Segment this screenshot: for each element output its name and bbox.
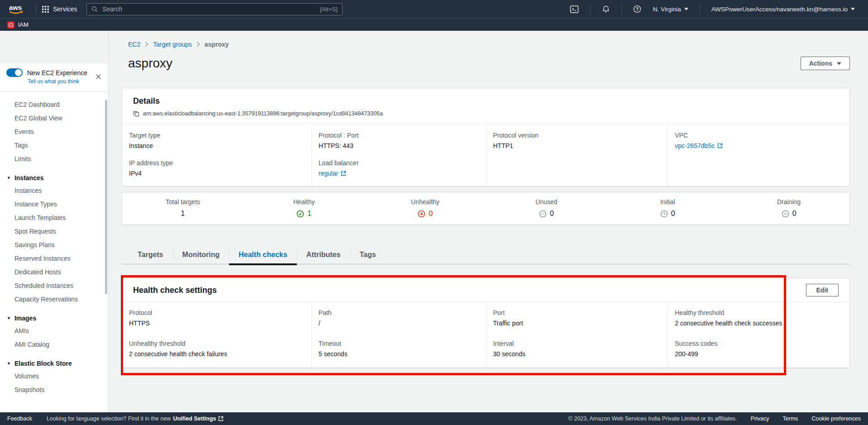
x-circle-icon <box>418 210 425 218</box>
unified-settings-link[interactable]: Unified Settings <box>173 415 223 422</box>
actions-button-label: Actions <box>809 60 832 67</box>
sidebar-section-ebs[interactable]: ▼ Elastic Block Store <box>0 358 108 369</box>
sidebar-item-instances[interactable]: Instances <box>0 184 108 197</box>
protocol-version-value: HTTP1 <box>493 142 659 149</box>
sidebar-section-instances[interactable]: ▼ Instances <box>0 172 108 184</box>
sidebar-item-tags[interactable]: Tags <box>0 138 108 152</box>
sidebar-item-limits[interactable]: Limits <box>0 152 108 166</box>
field-label: Protocol version <box>493 132 659 139</box>
header-divider <box>700 4 700 14</box>
help-icon: ? <box>633 5 641 13</box>
cookie-preferences-link[interactable]: Cookie preferences <box>812 415 861 422</box>
sidebar-item-spot-requests[interactable]: Spot Requests <box>0 224 108 238</box>
sidebar-item-reserved-instances[interactable]: Reserved Instances <box>0 252 108 265</box>
stat-value: 1 <box>307 210 311 218</box>
feedback-link[interactable]: Feedback <box>7 415 32 422</box>
breadcrumb-current: asproxy <box>205 41 229 48</box>
new-experience-toggle[interactable] <box>6 68 23 77</box>
sidebar-item-dedicated-hosts[interactable]: Dedicated Hosts <box>0 265 108 279</box>
sidebar-item-volumes[interactable]: Volumes <box>0 369 108 383</box>
stat-healthy: Healthy 1 <box>243 198 365 218</box>
field-label: Success codes <box>675 340 841 347</box>
global-search-box[interactable]: [Alt+S] <box>86 3 343 15</box>
stat-value: 0 <box>550 210 554 218</box>
services-menu-button[interactable]: Services <box>42 5 77 13</box>
sidebar-item-scheduled-instances[interactable]: Scheduled Instances <box>0 279 108 292</box>
load-balancer-link[interactable]: regular <box>319 170 347 177</box>
cloudshell-button[interactable] <box>564 5 585 13</box>
tab-monitoring[interactable]: Monitoring <box>173 247 229 264</box>
path-value: / <box>319 320 478 327</box>
stat-label: Unhealthy <box>411 198 439 205</box>
tab-targets[interactable]: Targets <box>128 247 173 264</box>
chevron-down-icon <box>837 62 841 65</box>
chevron-down-icon <box>851 8 855 10</box>
copyright-text: © 2023, Amazon Web Services India Privat… <box>568 415 737 422</box>
cloudshell-icon <box>570 5 579 13</box>
field-label: Path <box>319 309 478 316</box>
sidebar-item-snapshots[interactable]: Snapshots <box>0 383 108 396</box>
external-link-icon <box>218 416 224 421</box>
health-check-settings-heading: Health check settings <box>133 286 217 295</box>
search-icon <box>91 6 98 12</box>
terms-link[interactable]: Terms <box>783 415 798 422</box>
stat-value: 0 <box>792 210 796 218</box>
field-label: Interval <box>493 340 659 347</box>
sidebar-section-images[interactable]: ▼ Images <box>0 312 108 324</box>
ellipsis-circle-icon <box>539 210 547 218</box>
sidebar-item-launch-templates[interactable]: Launch Templates <box>0 211 108 224</box>
edit-button-label: Edit <box>816 287 828 294</box>
tab-health-checks[interactable]: Health checks <box>229 247 297 264</box>
banner-title: New EC2 Experience <box>27 69 87 76</box>
chevron-down-icon: ▼ <box>7 176 11 180</box>
recent-service-iam[interactable]: IAM <box>18 21 29 28</box>
field-label: Healthy threshold <box>675 309 841 316</box>
stat-total-targets: Total targets 1 <box>122 198 243 218</box>
edit-button[interactable]: Edit <box>806 284 839 296</box>
breadcrumb-target-groups[interactable]: Target groups <box>153 41 192 48</box>
tab-tags[interactable]: Tags <box>350 247 385 264</box>
stat-label: Unused <box>535 198 557 205</box>
stat-label: Draining <box>777 198 801 205</box>
minus-circle-icon <box>782 210 789 218</box>
privacy-link[interactable]: Privacy <box>751 415 769 422</box>
help-button[interactable]: ? <box>627 5 647 13</box>
sidebar-item-ec2-dashboard[interactable]: EC2 Dashboard <box>0 98 108 111</box>
account-menu[interactable]: AWSPowerUserAccess/navaneeth.kn@harness.… <box>706 6 861 13</box>
stat-unhealthy: Unhealthy 0 <box>365 198 486 218</box>
copy-icon[interactable] <box>133 110 139 117</box>
sidebar-item-capacity-reservations[interactable]: Capacity Reservations <box>0 292 108 306</box>
sidebar-scrollbar[interactable] <box>105 100 107 294</box>
clock-icon <box>660 210 668 218</box>
breadcrumb-ec2[interactable]: EC2 <box>128 41 140 48</box>
sidebar-item-ec2-global-view[interactable]: EC2 Global View <box>0 111 108 125</box>
close-icon[interactable] <box>95 73 102 81</box>
region-label: N. Virginia <box>653 6 681 13</box>
details-card: Details arn:aws:elasticloadbalancing:us-… <box>122 88 850 186</box>
field-label: Port <box>493 309 659 316</box>
target-type-value: Instance <box>129 142 303 149</box>
vpc-link[interactable]: vpc-2657db5c <box>675 142 723 149</box>
target-summary-card: Total targets 1 Healthy 1 Unhealthy 0 Un… <box>122 192 850 225</box>
notifications-button[interactable] <box>596 5 616 13</box>
region-selector[interactable]: N. Virginia <box>647 6 694 13</box>
search-input[interactable] <box>101 5 316 13</box>
sidebar-top-gap <box>0 31 108 63</box>
external-link-icon <box>717 143 723 148</box>
protocol-port-value: HTTPS: 443 <box>319 142 478 149</box>
services-label: Services <box>53 5 77 13</box>
load-balancer-value: regular <box>319 170 339 177</box>
tell-us-link[interactable]: Tell us what you think <box>28 78 103 85</box>
header-divider <box>36 4 37 14</box>
sidebar-item-amis[interactable]: AMIs <box>0 324 108 338</box>
actions-button[interactable]: Actions <box>801 57 850 70</box>
sidebar-item-savings-plans[interactable]: Savings Plans <box>0 238 108 252</box>
aws-logo[interactable]: aws <box>7 3 26 15</box>
port-value: Traffic port <box>493 320 659 327</box>
sidebar-item-events[interactable]: Events <box>0 125 108 138</box>
sidebar-item-ami-catalog[interactable]: AMI Catalog <box>0 338 108 351</box>
tab-attributes[interactable]: Attributes <box>297 247 350 264</box>
section-header-label: Elastic Block Store <box>14 360 72 367</box>
health-check-settings-card: Health check settings Edit Protocol HTTP… <box>122 278 850 368</box>
sidebar-item-instance-types[interactable]: Instance Types <box>0 197 108 211</box>
